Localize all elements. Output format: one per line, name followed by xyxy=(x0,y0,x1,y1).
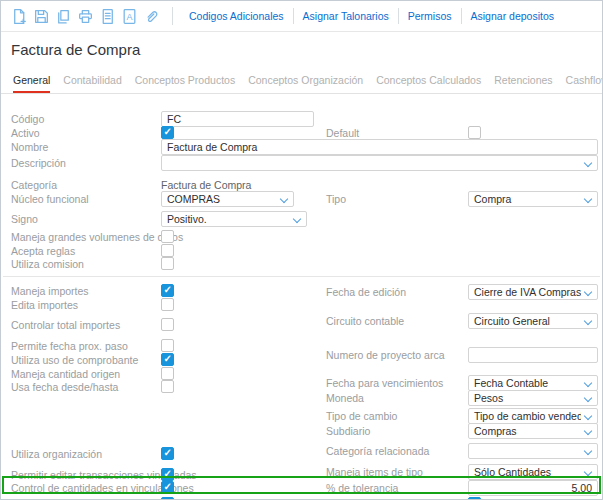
descripcion-label: Descripción xyxy=(11,157,66,169)
chevron-down-icon xyxy=(584,195,592,203)
activo-label: Activo xyxy=(11,127,40,139)
save-button[interactable] xyxy=(30,5,52,27)
utiliza-uso-comprobante-checkbox[interactable] xyxy=(161,353,174,366)
controlar-total-importes-checkbox[interactable] xyxy=(161,318,174,331)
toolbar: A Codigos Adicionales Asignar Talonarios… xyxy=(1,1,602,32)
tab-conceptos-calculados[interactable]: Conceptos Calculados xyxy=(376,66,481,93)
nucleo-funcional-select[interactable]: COMPRAS xyxy=(161,191,294,207)
tipo-de-cambio-select[interactable]: Tipo de cambio vendedor xyxy=(468,408,598,424)
moneda-label: Moneda xyxy=(326,392,364,404)
link-divider xyxy=(461,8,462,24)
subdiario-label: Subdiario xyxy=(326,425,370,437)
tipo-label: Tipo xyxy=(326,193,346,205)
default-checkbox[interactable] xyxy=(468,126,481,139)
title-bar: Factura de Compra xyxy=(1,32,602,66)
receipt-icon xyxy=(99,8,116,25)
nucleo-funcional-label: Núcleo funcional xyxy=(11,193,89,205)
new-document-icon xyxy=(11,8,28,25)
svg-text:A: A xyxy=(126,11,132,21)
tab-cashflow[interactable]: Cashflow xyxy=(566,66,602,93)
new-document-button[interactable] xyxy=(8,5,30,27)
controlar-total-importes-label: Controlar total importes xyxy=(11,319,120,331)
section-divider xyxy=(3,276,600,277)
permisos-link[interactable]: Permisos xyxy=(400,10,460,22)
link-divider xyxy=(398,8,399,24)
utiliza-comision-checkbox[interactable] xyxy=(161,257,174,270)
control-cantidades-vinculaciones-checkbox[interactable] xyxy=(161,481,174,494)
utiliza-organizacion-label: Utiliza organización xyxy=(11,448,102,460)
print-icon xyxy=(77,8,94,25)
tab-conceptos-productos[interactable]: Conceptos Productos xyxy=(135,66,235,93)
copy-button[interactable] xyxy=(52,5,74,27)
chevron-down-icon xyxy=(280,195,288,203)
chevron-down-icon xyxy=(584,427,592,435)
categoria-value: Factura de Compra xyxy=(161,179,251,191)
codigo-label: Código xyxy=(11,113,44,125)
attachment-icon xyxy=(143,8,160,25)
utiliza-organizacion-checkbox[interactable] xyxy=(161,447,174,460)
attachment-button[interactable] xyxy=(140,5,162,27)
chevron-down-icon xyxy=(584,394,592,402)
categoria-label: Categoría xyxy=(11,179,57,191)
tab-general[interactable]: General xyxy=(13,66,50,93)
tipo-de-cambio-label: Tipo de cambio xyxy=(326,410,397,422)
chevron-down-icon xyxy=(584,159,592,167)
codigos-adicionales-link[interactable]: Codigos Adicionales xyxy=(181,10,292,22)
utiliza-uso-comprobante-label: Utiliza uso de comprobante xyxy=(11,354,138,366)
save-icon xyxy=(33,8,50,25)
tab-bar: General Contabilidad Conceptos Productos… xyxy=(1,66,602,94)
edita-importes-label: Edita importes xyxy=(11,299,78,311)
tab-retenciones[interactable]: Retenciones xyxy=(494,66,552,93)
tolerancia-input[interactable] xyxy=(468,480,598,496)
print-button[interactable] xyxy=(74,5,96,27)
factura-de-compra-window: A Codigos Adicionales Asignar Talonarios… xyxy=(0,0,603,500)
nombre-label: Nombre xyxy=(11,141,48,153)
chevron-down-icon xyxy=(584,288,592,296)
toolbar-divider xyxy=(172,7,173,25)
link-divider xyxy=(293,8,294,24)
moneda-select[interactable]: Pesos xyxy=(468,390,598,406)
utiliza-comision-label: Utiliza comision xyxy=(11,258,84,270)
edita-importes-checkbox[interactable] xyxy=(161,298,174,311)
nombre-input[interactable] xyxy=(161,139,598,155)
chevron-down-icon xyxy=(293,215,301,223)
asignar-talonarios-link[interactable]: Asignar Talonarios xyxy=(295,10,397,22)
default-label: Default xyxy=(326,127,359,139)
tab-conceptos-organizacion[interactable]: Conceptos Organización xyxy=(248,66,363,93)
maneja-grandes-volumenes-label: Maneja grandes volumenes de datos xyxy=(11,231,183,243)
activo-checkbox[interactable] xyxy=(161,126,174,139)
tipo-select[interactable]: Compra xyxy=(468,191,598,207)
tolerancia-label: % de tolerancia xyxy=(326,482,398,494)
tab-contabilidad[interactable]: Contabilidad xyxy=(63,66,121,93)
maneja-grandes-volumenes-checkbox[interactable] xyxy=(161,230,174,243)
signo-select[interactable]: Positivo. xyxy=(161,211,307,227)
chevron-down-icon xyxy=(584,412,592,420)
text-document-icon: A xyxy=(121,8,138,25)
subdiario-select[interactable]: Compras xyxy=(468,423,598,439)
general-tab-form: Código Activo Default Nombre Descripción… xyxy=(1,94,602,500)
copy-icon xyxy=(55,8,72,25)
signo-label: Signo xyxy=(11,213,38,225)
page-title: Factura de Compra xyxy=(11,41,140,58)
descripcion-select[interactable] xyxy=(161,155,598,171)
asignar-depositos-link[interactable]: Asignar depositos xyxy=(463,10,562,22)
text-document-button[interactable]: A xyxy=(118,5,140,27)
receipt-button[interactable] xyxy=(96,5,118,27)
